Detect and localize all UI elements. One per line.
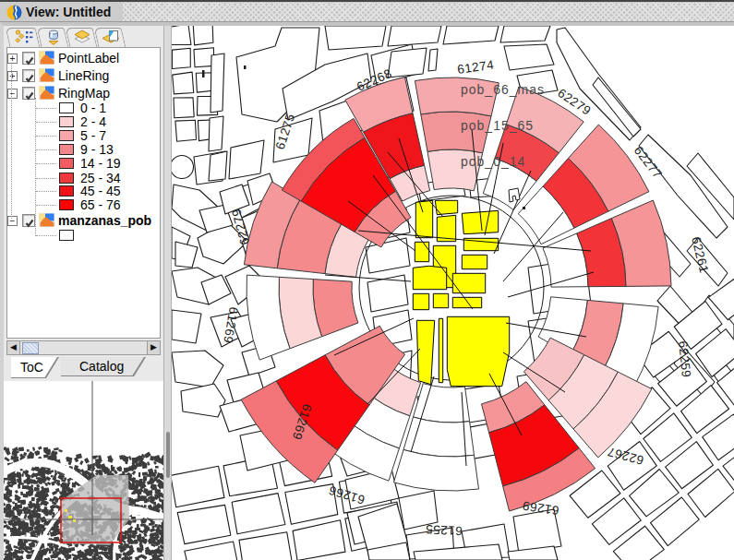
svg-text:pob_66_mas: pob_66_mas bbox=[461, 82, 545, 97]
svg-text:pob_0_14: pob_0_14 bbox=[461, 154, 525, 169]
svg-text:pob_15_65: pob_15_65 bbox=[461, 118, 534, 133]
svg-text:61255: 61255 bbox=[425, 522, 463, 538]
